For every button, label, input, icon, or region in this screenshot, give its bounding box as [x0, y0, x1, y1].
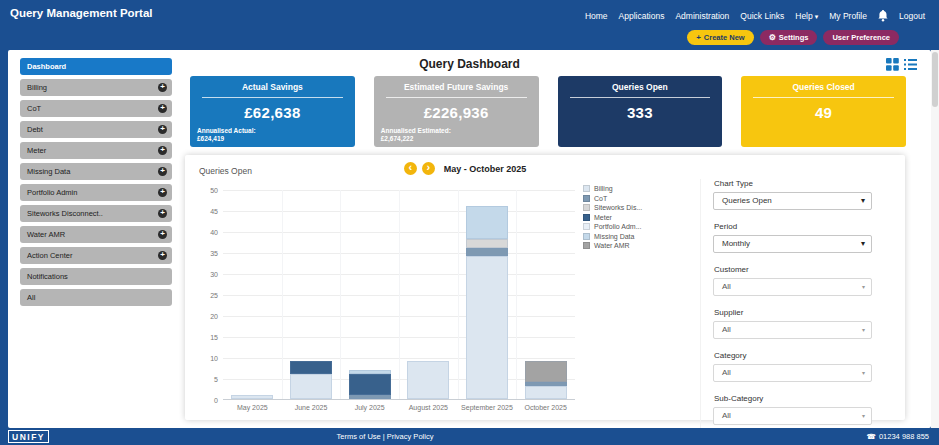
x-tick-label: May 2025 [223, 404, 282, 411]
nav-item-home[interactable]: Home [585, 11, 608, 21]
user-preference-button[interactable]: User Preference [823, 30, 899, 45]
filter-sub-category-select[interactable]: All▾ [713, 407, 872, 425]
sidebar-item-water-amr[interactable]: Water AMR+ [20, 226, 172, 243]
x-tick-label: August 2025 [399, 404, 458, 411]
expand-plus-icon[interactable]: + [158, 230, 167, 239]
bar-segment-cot [466, 248, 508, 256]
chart-legend: BillingCoTSiteworks Dis...MeterPortfolio… [583, 185, 642, 252]
sidebar-item-label: Siteworks Disconnect.. [27, 209, 103, 218]
expand-plus-icon[interactable]: + [158, 146, 167, 155]
next-period-button[interactable]: › [422, 162, 435, 175]
footer-link-privacy-policy[interactable]: Privacy Policy [387, 432, 434, 441]
stat-cards: Actual Savings£62,638Annualised Actual:£… [190, 76, 906, 147]
chevron-down-icon: ▾ [862, 279, 865, 295]
nav-item-quick-links[interactable]: Quick Links [740, 11, 784, 21]
expand-plus-icon[interactable]: + [158, 209, 167, 218]
nav-item-help[interactable]: Help ▾ [795, 11, 818, 21]
sidebar-item-action-center[interactable]: Action Center+ [20, 247, 172, 264]
sidebar-item-missing-data[interactable]: Missing Data+ [20, 163, 172, 180]
prev-period-button[interactable]: ‹ [404, 162, 417, 175]
sidebar-item-notifications[interactable]: Notifications [20, 268, 172, 285]
expand-plus-icon[interactable]: + [158, 125, 167, 134]
sidebar-item-portfolio-admin[interactable]: Portfolio Admin+ [20, 184, 172, 201]
nav-item-logout[interactable]: Logout [899, 11, 925, 21]
chevron-down-icon: ▾ [861, 193, 865, 209]
filter-period-select[interactable]: Monthly▾ [713, 235, 872, 253]
bar-july-2025 [349, 370, 391, 399]
nav-item-administration[interactable]: Administration [675, 11, 729, 21]
bar-august-2025 [407, 361, 449, 399]
filter-label: Chart Type [714, 179, 872, 188]
chevron-down-icon: ▾ [862, 408, 865, 424]
sidebar-item-dashboard[interactable]: Dashboard [20, 58, 172, 75]
view-toggle [886, 58, 917, 71]
main-content: Query Dashboard DashboardBilling+CoT+Deb… [8, 50, 931, 428]
filters-panel: Chart TypeQueries Open▾PeriodMonthly▾Cus… [700, 179, 872, 445]
stat-card-actual-savings: Actual Savings£62,638Annualised Actual:£… [190, 76, 355, 147]
scrollbar-thumb[interactable] [932, 52, 938, 107]
y-tick-label: 15 [197, 334, 218, 341]
plus-icon: + [696, 34, 701, 42]
sidebar-item-siteworks-disconnect[interactable]: Siteworks Disconnect..+ [20, 205, 172, 222]
footer-link-terms-of-use[interactable]: Terms of Use [337, 432, 381, 441]
button-label: User Preference [832, 33, 890, 42]
list-view-icon[interactable] [904, 58, 917, 71]
stat-card-value: 49 [741, 104, 906, 121]
legend-label: Siteworks Dis... [594, 204, 642, 211]
scrollbar[interactable] [931, 50, 939, 428]
create-new-button[interactable]: +Create New [687, 30, 754, 45]
sidebar-item-meter[interactable]: Meter+ [20, 142, 172, 159]
x-tick-label: October 2025 [516, 404, 575, 411]
nav-item-my-profile[interactable]: My Profile [829, 11, 867, 21]
chevron-down-icon: ▾ [861, 236, 865, 252]
select-value: All [722, 411, 731, 420]
sidebar-item-label: Missing Data [27, 167, 70, 176]
legend-item-portfolio-adm: Portfolio Adm... [583, 223, 642, 230]
legend-swatch [583, 204, 590, 211]
expand-plus-icon[interactable]: + [158, 251, 167, 260]
filter-sub-category: Sub-CategoryAll▾ [713, 394, 872, 425]
bar-june-2025 [290, 361, 332, 399]
sidebar-item-label: Meter [27, 146, 46, 155]
filter-label: Supplier [714, 308, 872, 317]
legend-item-water-amr: Water AMR [583, 242, 642, 249]
bar-september-2025 [466, 206, 508, 399]
grid-view-icon[interactable] [886, 58, 899, 71]
sidebar-item-label: Portfolio Admin [27, 188, 77, 197]
expand-plus-icon[interactable]: + [158, 188, 167, 197]
bar-segment-water-amr [525, 361, 567, 382]
x-tick-label: September 2025 [458, 404, 517, 411]
y-tick-label: 45 [197, 208, 218, 215]
top-nav: HomeApplicationsAdministrationQuick Link… [585, 10, 925, 22]
expand-plus-icon[interactable]: + [158, 167, 167, 176]
expand-plus-icon[interactable]: + [158, 83, 167, 92]
filter-supplier: SupplierAll▾ [713, 308, 872, 339]
filter-chart-type-select[interactable]: Queries Open▾ [713, 192, 872, 210]
bell-icon[interactable] [878, 10, 888, 22]
filter-customer-select[interactable]: All▾ [713, 278, 872, 296]
x-tick-label: June 2025 [282, 404, 341, 411]
sidebar-item-cot[interactable]: CoT+ [20, 100, 172, 117]
bar-segment-billing [466, 256, 508, 399]
bar-segment-billing [407, 361, 449, 399]
expand-plus-icon[interactable]: + [158, 104, 167, 113]
sidebar-item-label: Dashboard [27, 62, 66, 71]
sidebar-item-debt[interactable]: Debt+ [20, 121, 172, 138]
stat-card-title: Actual Savings [190, 82, 355, 92]
grid-line-vertical [458, 190, 459, 399]
filter-category-select[interactable]: All▾ [713, 364, 872, 382]
sidebar-item-all[interactable]: All [20, 289, 172, 306]
sidebar-item-label: Notifications [27, 272, 68, 281]
grid-line-vertical [340, 190, 341, 399]
sub-value: £624,419 [197, 135, 256, 143]
filter-supplier-select[interactable]: All▾ [713, 321, 872, 339]
nav-item-applications[interactable]: Applications [619, 11, 665, 21]
sidebar-item-billing[interactable]: Billing+ [20, 79, 172, 96]
y-tick-label: 20 [197, 313, 218, 320]
x-tick-label: July 2025 [340, 404, 399, 411]
sub-value: £2,674,222 [381, 135, 451, 143]
button-label: Create New [704, 33, 745, 42]
sidebar-item-label: Debt [27, 125, 43, 134]
settings-button[interactable]: ⚙Settings [760, 30, 818, 45]
divider [386, 97, 527, 98]
